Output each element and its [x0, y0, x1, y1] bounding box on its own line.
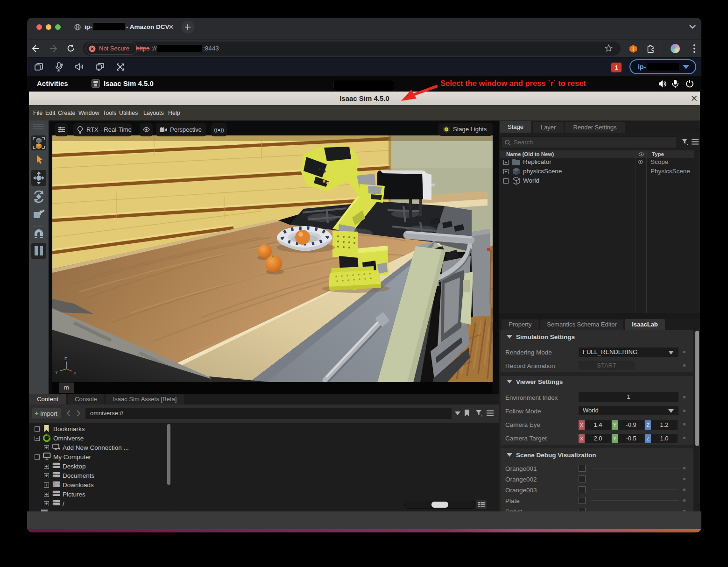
svg-text:X: X — [73, 371, 76, 376]
svg-text:Y: Y — [55, 370, 58, 375]
svg-text:Z: Z — [64, 356, 67, 361]
svg-text:I: I — [633, 47, 634, 52]
